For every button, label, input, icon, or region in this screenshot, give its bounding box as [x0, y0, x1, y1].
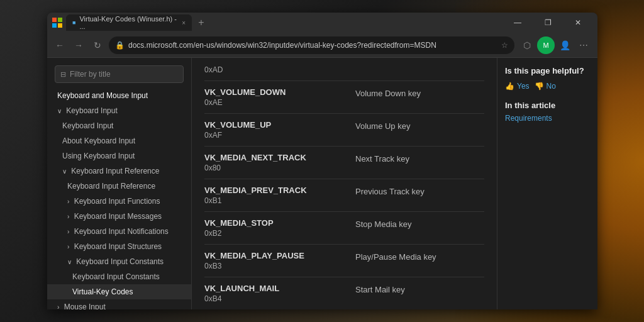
sidebar-label: Keyboard and Mouse Input [57, 91, 148, 100]
sidebar-label: Keyboard Input Structures [74, 242, 162, 251]
sidebar-item-keyboard-ref-2[interactable]: Keyboard Input Reference [47, 179, 191, 194]
sidebar-label: Keyboard Input Notifications [74, 227, 169, 236]
vk-hex: 0xB2 [204, 229, 343, 238]
sidebar-label: Mouse Input [64, 303, 106, 309]
sidebar-item-about-keyboard[interactable]: About Keyboard Input [47, 133, 191, 148]
sidebar-item-keyboard-consts[interactable]: ∨ Keyboard Input Constants [47, 254, 191, 269]
sidebar-item-vk-codes[interactable]: Virtual-Key Codes [47, 284, 191, 299]
content-area: ⊟ Filter by title Keyboard and Mouse Inp… [47, 58, 597, 309]
sidebar-label: Keyboard Input [66, 106, 117, 115]
browser-tab[interactable]: ■ Virtual-Key Codes (Winuser.h) - ... × [66, 14, 192, 31]
close-button[interactable]: ✕ [564, 13, 592, 33]
url-bar[interactable]: 🔒 docs.microsoft.com/en-us/windows/win32… [109, 36, 514, 54]
chevron-icon: › [67, 227, 69, 236]
vk-name: VK_MEDIA_PREV_TRACK [204, 186, 343, 195]
url-actions: ☆ [501, 41, 508, 50]
new-tab-button[interactable]: + [194, 16, 208, 30]
sidebar-label: Keyboard Input Constants [76, 257, 164, 266]
tab-close-button[interactable]: × [182, 19, 186, 26]
chevron-icon: ∨ [62, 167, 67, 176]
menu-icon[interactable]: ⋯ [575, 36, 592, 54]
tab-title: Virtual-Key Codes (Winuser.h) - ... [79, 15, 178, 30]
forward-button[interactable]: → [71, 38, 86, 53]
thumbdown-icon: 👎 [535, 82, 544, 91]
vk-desc [355, 64, 484, 65]
chevron-icon: › [57, 303, 59, 309]
vk-hex: 0xAF [204, 131, 343, 140]
sidebar-label: About Keyboard Input [62, 136, 135, 145]
table-row: VK_MEDIA_PREV_TRACK 0xB1 Previous Track … [204, 179, 484, 212]
vk-hex: 0xB3 [204, 262, 343, 270]
sidebar-label: Keyboard Input Messages [74, 212, 162, 221]
table-row: VK_VOLUME_DOWN 0xAE Volume Down key [204, 81, 484, 114]
table-row: VK_MEDIA_NEXT_TRACK 0x80 Next Track key [204, 147, 484, 179]
table-row: VK_VOLUME_UP 0xAF Volume Up key [204, 114, 484, 147]
url-text: docs.microsoft.com/en-us/windows/win32/i… [128, 41, 497, 50]
table-row: VK_LAUNCH_MAIL 0xB4 Start Mail key [204, 277, 484, 309]
browser-toolbar-icons: ⬡ M 👤 ⋯ [518, 36, 592, 54]
sidebar-item-mouse-input[interactable]: › Mouse Input [47, 299, 191, 309]
sidebar-item-keyboard-notif[interactable]: › Keyboard Input Notifications [47, 224, 191, 239]
chevron-icon: › [67, 197, 69, 206]
extensions-icon[interactable]: ⬡ [518, 36, 536, 54]
chevron-icon: › [67, 212, 69, 221]
vk-name: VK_VOLUME_UP [204, 120, 343, 130]
sidebar-item-keyboard-funcs[interactable]: › Keyboard Input Functions [47, 194, 191, 209]
account-icon[interactable]: 👤 [556, 36, 574, 54]
profile-icon[interactable]: M [537, 36, 555, 54]
tab-container: ■ Virtual-Key Codes (Winuser.h) - ... × … [66, 14, 499, 31]
right-panel: Is this page helpful? 👍 Yes 👎 No In this… [497, 58, 597, 309]
vk-name: VK_MEDIA_PLAY_PAUSE [204, 251, 343, 260]
no-button[interactable]: 👎 No [535, 82, 556, 91]
vk-name: VK_LAUNCH_MAIL [204, 284, 343, 293]
vk-desc: Next Track key [355, 153, 484, 164]
vk-desc: Previous Track key [355, 186, 484, 196]
sidebar-item-keyboard-consts-2[interactable]: Keyboard Input Constants [47, 269, 191, 284]
sidebar-item-keyboard-mouse[interactable]: Keyboard and Mouse Input [47, 88, 191, 103]
chevron-icon: ∨ [67, 257, 72, 267]
lock-icon: 🔒 [115, 41, 125, 50]
sidebar-item-keyboard-msgs[interactable]: › Keyboard Input Messages [47, 209, 191, 224]
star-icon[interactable]: ☆ [501, 41, 508, 50]
vk-name: VK_MEDIA_STOP [204, 218, 343, 228]
table-row: 0xAD [204, 58, 484, 81]
vk-table: 0xAD VK_VOLUME_DOWN 0xAE Volume Down key… [192, 58, 497, 309]
no-label: No [547, 82, 556, 91]
article-title: In this article [505, 101, 590, 110]
vk-hex: 0xB1 [204, 196, 343, 205]
main-content[interactable]: 0xAD VK_VOLUME_DOWN 0xAE Volume Down key… [192, 58, 497, 309]
maximize-button[interactable]: ❐ [533, 13, 562, 33]
sidebar: ⊟ Filter by title Keyboard and Mouse Inp… [47, 58, 192, 309]
sidebar-item-using-keyboard[interactable]: Using Keyboard Input [47, 148, 191, 164]
sidebar-label: Keyboard Input Reference [67, 182, 155, 191]
minimize-button[interactable]: — [503, 13, 532, 33]
window-controls: — ❐ ✕ [503, 13, 592, 33]
titlebar: ■ Virtual-Key Codes (Winuser.h) - ... × … [47, 13, 597, 33]
table-row: VK_MEDIA_PLAY_PAUSE 0xB3 Play/Pause Medi… [204, 245, 484, 277]
vk-hex: 0xAE [204, 98, 343, 107]
back-button[interactable]: ← [52, 38, 67, 53]
vk-desc: Play/Pause Media key [355, 251, 484, 262]
yes-button[interactable]: 👍 Yes [505, 82, 530, 91]
helpful-title: Is this page helpful? [505, 65, 590, 77]
yes-label: Yes [517, 82, 530, 91]
vk-hex: 0xAD [204, 65, 343, 74]
vk-desc: Volume Up key [355, 120, 484, 131]
requirements-link[interactable]: Requirements [505, 114, 590, 123]
sidebar-item-keyboard-input-2[interactable]: Keyboard Input [47, 118, 191, 133]
sidebar-label: Using Keyboard Input [62, 152, 135, 160]
vk-desc: Volume Down key [355, 87, 484, 98]
sidebar-item-keyboard-structs[interactable]: › Keyboard Input Structures [47, 239, 191, 254]
vk-hex: 0x80 [204, 164, 343, 172]
table-row: VK_MEDIA_STOP 0xB2 Stop Media key [204, 212, 484, 245]
browser-window: ■ Virtual-Key Codes (Winuser.h) - ... × … [47, 13, 597, 309]
sidebar-item-keyboard-ref[interactable]: ∨ Keyboard Input Reference [47, 164, 191, 179]
filter-input[interactable]: ⊟ Filter by title [55, 65, 184, 83]
sidebar-label: Keyboard Input Reference [71, 167, 159, 175]
refresh-button[interactable]: ↻ [90, 38, 105, 53]
vk-name: VK_MEDIA_NEXT_TRACK [204, 153, 343, 162]
chevron-icon: ∨ [57, 106, 62, 116]
sidebar-label: Virtual-Key Codes [72, 287, 133, 296]
sidebar-item-keyboard-input[interactable]: ∨ Keyboard Input [47, 103, 191, 118]
sidebar-label: Keyboard Input Functions [74, 197, 160, 206]
